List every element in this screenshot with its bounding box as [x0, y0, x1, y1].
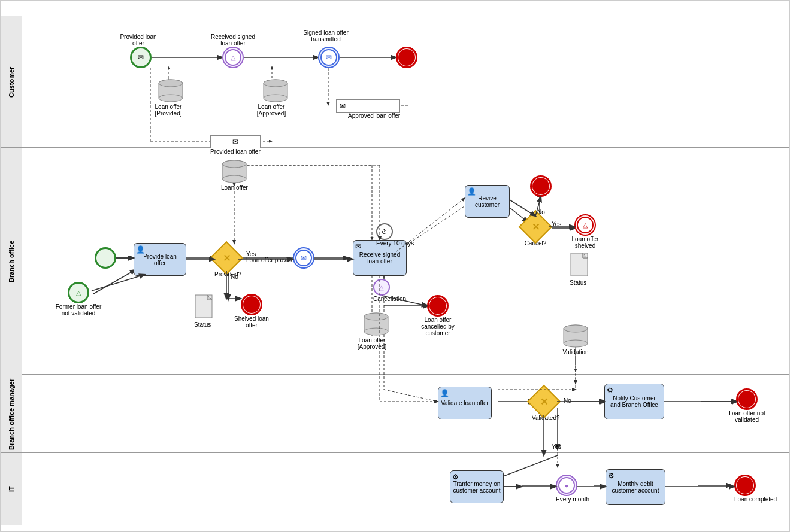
status-doc-1: Status: [194, 294, 216, 328]
no-cancel-label: No: [537, 209, 545, 215]
notify-customer-task: ⚙ Notify Customer and Branch Office: [604, 384, 664, 419]
svg-point-41: [159, 95, 183, 102]
svg-point-46: [264, 80, 287, 87]
swimlane-branch-mgr: Branch office manager: [1, 375, 789, 452]
provided-loan-offer-msg-bottom: ✉ Provided loan offer: [210, 135, 261, 155]
svg-point-45: [264, 95, 287, 102]
lane-label-it: IT: [1, 453, 22, 525]
lane-label-branch: Branch office: [1, 148, 22, 375]
validate-loan-offer-task: 👤 Validate loan offer: [438, 387, 492, 419]
svg-point-55: [364, 328, 388, 335]
end-event-no-cancel: [530, 175, 552, 197]
shelved-end-event: Shelved loan offer: [241, 294, 273, 329]
loan-offer-provided-label: Loan offer provided: [246, 257, 298, 263]
approved-loan-offer-msg: ✉ Approved loan offer: [336, 99, 400, 119]
lane-label-customer: Customer: [1, 16, 22, 148]
yes-validated-label: Yes: [552, 443, 561, 450]
start-event-branch: [95, 247, 116, 269]
every-10-days-timer: ⏱ Every 10 days: [376, 223, 414, 247]
every-month-timer: ● Every month: [556, 475, 589, 503]
svg-point-59: [564, 340, 588, 347]
svg-point-50: [222, 160, 246, 168]
loan-offer-shelved-event: △ Loan offer shelved: [574, 214, 609, 249]
data-store-provided: Loan offer [Provided]: [155, 78, 186, 117]
signed-transmitted-event: ✉: [318, 47, 340, 68]
received-signed-label: Received signed loan offer: [209, 34, 257, 47]
loan-cancelled-event: Loan offer cancelled by customer: [427, 295, 462, 336]
revive-customer-task: 👤 Revive customer: [465, 185, 510, 218]
no-validated-label: No: [564, 397, 571, 404]
end-event-loan-completed: Loan completed: [734, 475, 777, 503]
data-store-approved-branch: Loan offer [Approved]: [359, 312, 393, 350]
lane-label-branch-mgr: Branch office manager: [1, 375, 22, 453]
received-signed-event: △: [222, 47, 244, 68]
end-event-not-validated: Loan offer not validated: [736, 388, 771, 423]
provide-loan-offer-task: 👤 Provide loan offer: [134, 243, 186, 276]
cancel-gateway: ✕ Cancel?: [523, 215, 547, 247]
loan-offer-provided-msg-event: ✉: [293, 247, 314, 269]
data-store-validation: Validation: [562, 324, 589, 355]
signed-transmitted-label: Signed loan offer transmitted: [299, 29, 353, 42]
monthly-debit-task: ⚙ Monthly debit customer account: [606, 469, 665, 505]
former-loan-offer-event: △ Former loan offer not validated: [68, 282, 102, 317]
svg-point-60: [564, 325, 588, 332]
provided-loan-offer-event: ✉: [130, 47, 152, 68]
status-doc-2: Status: [570, 252, 591, 286]
data-store-loan-offer-branch: Loan offer: [221, 159, 248, 191]
transfer-money-task: ⚙ Tranfer money on customer account: [450, 470, 504, 503]
end-event-customer: [396, 47, 417, 68]
svg-point-56: [364, 313, 388, 320]
cancellation-event: △ Cancellation: [373, 279, 406, 302]
svg-point-42: [159, 80, 183, 87]
validated-gateway: ✕ Validated?: [532, 390, 560, 421]
yes-cancel-label: Yes: [552, 221, 561, 227]
svg-point-49: [222, 175, 246, 183]
no-provided-label: No: [231, 273, 238, 280]
bpmn-diagram: Customer Branch office Branch office man…: [0, 0, 790, 532]
swimlane-it: IT: [1, 452, 789, 524]
data-store-approved-customer: Loan offer [Approved]: [258, 78, 292, 117]
provided-loan-offer-label: Provided loan offer: [117, 34, 159, 47]
